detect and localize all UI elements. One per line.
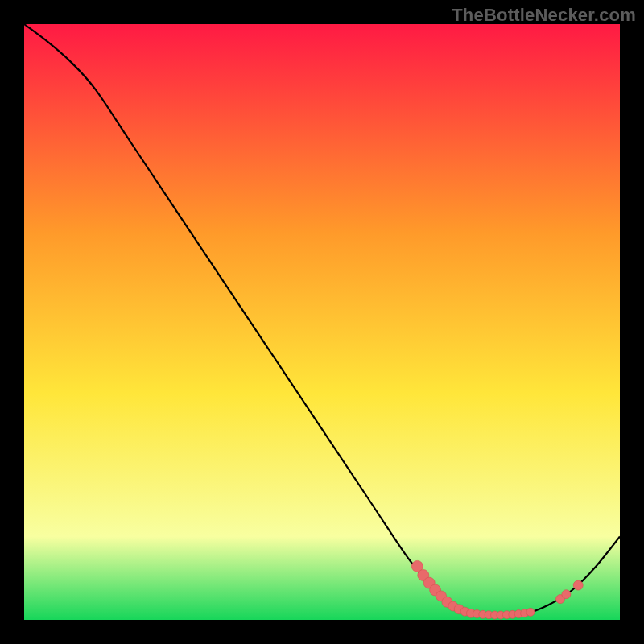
chart-frame: TheBottleNecker.com [0, 0, 644, 644]
curve-marker [562, 590, 571, 599]
gradient-background [24, 24, 620, 620]
curve-marker [526, 608, 535, 616]
chart-svg [24, 24, 620, 620]
curve-marker [573, 580, 583, 590]
watermark-text: TheBottleNecker.com [452, 5, 636, 26]
plot-area [24, 24, 620, 620]
